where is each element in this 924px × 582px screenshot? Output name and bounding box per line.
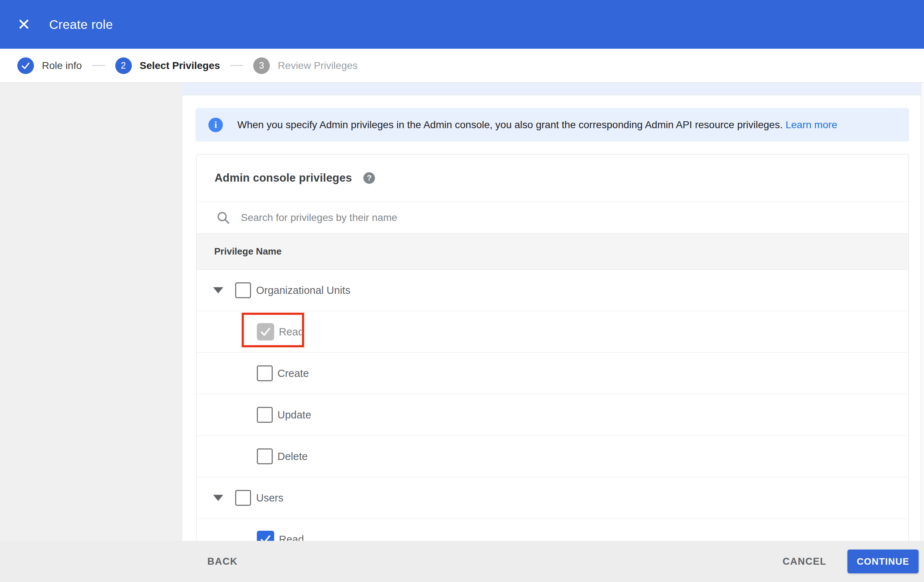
step-check-icon: [17, 58, 34, 74]
privilege-row-create: Create: [196, 353, 909, 394]
banner-text: When you specify Admin privileges in the…: [237, 119, 837, 131]
row-label: Read: [279, 326, 304, 338]
collapse-arrow-icon[interactable]: [213, 287, 223, 293]
learn-more-link[interactable]: Learn more: [785, 119, 837, 130]
privileges-card: Admin console privileges ? Privilege Nam…: [196, 154, 909, 541]
privilege-row-read-ou: Read: [196, 311, 909, 353]
checkmark-icon: [259, 326, 272, 338]
checkbox-delete[interactable]: [257, 448, 273, 464]
privilege-row-read-users: Read: [196, 519, 909, 541]
checkbox-read-users-checked[interactable]: [257, 531, 274, 541]
checkbox-organizational-units[interactable]: [235, 282, 251, 298]
info-banner: i When you specify Admin privileges in t…: [195, 108, 909, 142]
step-role-info[interactable]: Role info: [17, 58, 82, 74]
row-label[interactable]: Organizational Units: [256, 285, 350, 297]
close-icon[interactable]: ✕: [13, 14, 35, 35]
dialog-body: i When you specify Admin privileges in t…: [0, 83, 924, 541]
privilege-search-row: [196, 202, 909, 234]
row-label[interactable]: Read: [279, 534, 304, 541]
row-label[interactable]: Update: [277, 409, 311, 421]
privilege-row-organizational-units: Organizational Units: [196, 270, 909, 311]
left-margin-panel: [0, 83, 182, 541]
page-title: Create role: [49, 17, 113, 32]
checkbox-create[interactable]: [257, 365, 273, 381]
row-label[interactable]: Delete: [277, 450, 308, 463]
back-button[interactable]: BACK: [205, 556, 240, 567]
step-review-privileges: 3 Review Privileges: [253, 58, 358, 74]
privilege-row-update: Update: [196, 394, 909, 436]
row-label[interactable]: Users: [256, 492, 284, 504]
checkbox-update[interactable]: [257, 407, 273, 423]
scrolled-content-strip: [182, 83, 921, 95]
step-select-privileges[interactable]: 2 Select Privileges: [115, 58, 220, 74]
wizard-stepper: Role info 2 Select Privileges 3 Review P…: [0, 49, 924, 83]
privilege-row-delete: Delete: [196, 436, 909, 477]
info-icon: i: [208, 118, 223, 132]
step-divider: [92, 65, 105, 66]
search-icon: [216, 211, 230, 224]
checkbox-users[interactable]: [235, 490, 251, 506]
checkmark-icon: [21, 61, 30, 71]
scroll-content: i When you specify Admin privileges in t…: [182, 83, 921, 541]
dialog-footer: BACK CANCEL CONTINUE: [0, 541, 924, 582]
help-icon[interactable]: ?: [363, 172, 375, 184]
step-number: 3: [253, 58, 270, 74]
step-label: Select Privileges: [140, 60, 220, 71]
collapse-arrow-icon[interactable]: [213, 495, 223, 501]
create-role-dialog: ✕ Create role Role info 2 Select Privile…: [0, 0, 924, 582]
step-label: Role info: [42, 60, 82, 71]
step-label: Review Privileges: [278, 60, 358, 71]
scrollbar-track: [921, 83, 924, 541]
row-label[interactable]: Create: [277, 368, 309, 379]
checkmark-icon: [259, 533, 272, 541]
dialog-header: ✕ Create role: [0, 0, 924, 49]
step-divider: [230, 65, 243, 66]
step-number: 2: [115, 58, 132, 74]
card-header: Admin console privileges ?: [196, 155, 909, 202]
cancel-button[interactable]: CANCEL: [780, 556, 829, 567]
banner-message: When you specify Admin privileges in the…: [237, 119, 783, 130]
card-title: Admin console privileges: [214, 171, 352, 185]
privilege-row-users: Users: [196, 477, 909, 519]
checkbox-read-checked: [257, 323, 274, 340]
table-column-header: Privilege Name: [196, 234, 909, 270]
continue-button[interactable]: CONTINUE: [847, 549, 919, 573]
search-input[interactable]: [240, 211, 747, 224]
